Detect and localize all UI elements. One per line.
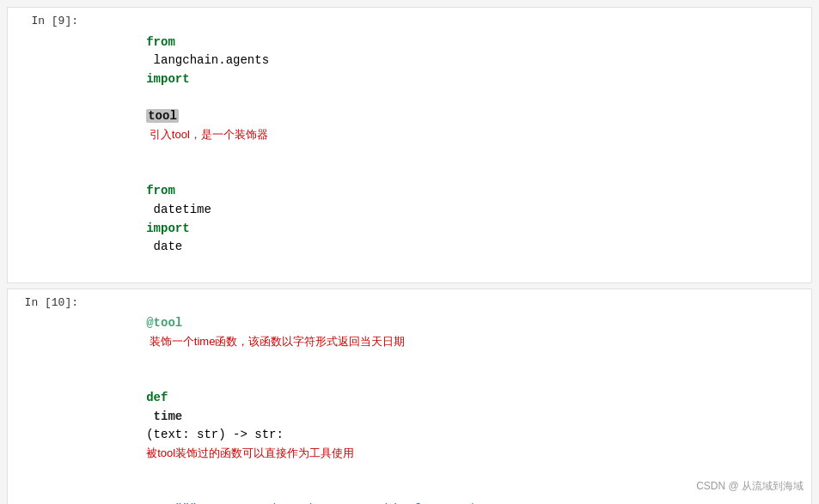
cell-9-line-2: from datetime import date (89, 164, 804, 276)
cell-10-line-1: @tool 装饰一个time函数，该函数以字符形式返回当天日期 (89, 296, 804, 371)
keyword-from2: from (146, 184, 175, 197)
text-date: date (146, 240, 182, 253)
text-langchain: langchain.agents (146, 53, 276, 67)
cell-9-line-1: from langchain.agents import tool 引入tool… (89, 15, 804, 164)
watermark: CSDN @ 从流域到海域 (696, 479, 804, 494)
annotation-decorator: 装饰一个time函数，该函数以字符形式返回当天日期 (146, 335, 405, 348)
cell-10-prompt: In [10]: (8, 295, 85, 309)
notebook-container: In [9]: from langchain.agents import too… (0, 0, 819, 504)
cell-10-line-2: def time (text: str) -> str: 被tool装饰过的函数… (89, 370, 804, 482)
keyword-def: def (146, 391, 168, 404)
keyword-import2: import (146, 222, 189, 235)
annotation-def: 被tool装饰过的函数可以直接作为工具使用 (146, 446, 354, 459)
text-space (146, 91, 153, 105)
annotation-tool: 引入tool，是一个装饰器 (146, 128, 268, 141)
cell-9-content: from langchain.agents import tool 引入tool… (85, 13, 811, 277)
keyword-from: from (146, 35, 175, 49)
highlight-tool: tool (146, 109, 179, 123)
fn-time: time (146, 410, 182, 423)
cell-10-content: @tool 装饰一个time函数，该函数以字符形式返回当天日期 def time… (85, 295, 811, 504)
cell-9: In [9]: from langchain.agents import too… (7, 7, 812, 283)
decorator-tool: @tool (146, 316, 182, 330)
text-params: (text: str) -> str: (146, 428, 290, 441)
cell-9-prompt: In [9]: (8, 13, 85, 27)
text-datetime: datetime (146, 203, 218, 216)
cell-10: In [10]: @tool 装饰一个time函数，该函数以字符形式返回当天日期… (7, 288, 812, 504)
keyword-import: import (146, 72, 189, 86)
